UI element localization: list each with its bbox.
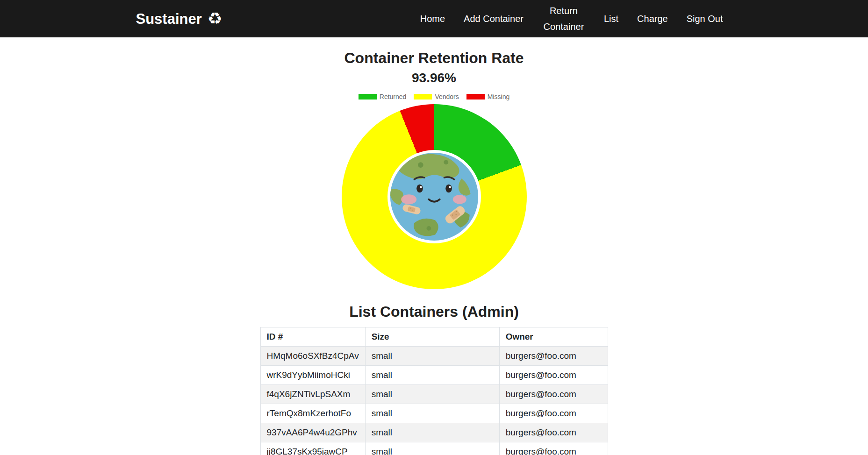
column-header: Owner: [499, 327, 608, 347]
table-row: 937vAA6P4w4u2GPhv small burgers@foo.com: [260, 423, 608, 442]
doughnut-chart[interactable]: [342, 104, 527, 289]
column-header: Size: [365, 327, 499, 347]
table-title: List Containers (Admin): [0, 303, 868, 320]
nav-link[interactable]: Home: [411, 12, 454, 26]
legend-label: Vendors: [435, 93, 459, 100]
cell-owner: burgers@foo.com: [499, 442, 608, 455]
cell-id: HMqMo6oSXfBz4CpAv: [260, 347, 365, 366]
column-header: ID #: [260, 327, 365, 347]
cell-id: wrK9dYybMiimoHCki: [260, 366, 365, 385]
legend-label: Missing: [488, 93, 509, 100]
cell-id: rTemQx8mKzerhotFo: [260, 404, 365, 423]
table-row: HMqMo6oSXfBz4CpAv small burgers@foo.com: [260, 347, 608, 366]
cell-size: small: [365, 385, 499, 404]
legend-swatch: [414, 94, 432, 100]
cell-owner: burgers@foo.com: [499, 347, 608, 366]
navbar-container: Sustainer ♻ Home Add Container Return Co…: [130, 3, 738, 35]
table-body: HMqMo6oSXfBz4CpAv small burgers@foo.com …: [260, 347, 608, 455]
cell-size: small: [365, 347, 499, 366]
legend-item[interactable]: Missing: [466, 93, 509, 100]
cell-size: small: [365, 442, 499, 455]
nav-link[interactable]: Charge: [628, 12, 677, 26]
recycle-icon: ♻: [208, 10, 222, 27]
nav-link[interactable]: Return Container: [538, 3, 590, 35]
chart-legend: ReturnedVendorsMissing: [0, 93, 868, 100]
table-row: jj8GL37sKx95jawCP small burgers@foo.com: [260, 442, 608, 455]
nav-link[interactable]: List: [595, 12, 628, 26]
brand-link[interactable]: Sustainer ♻: [136, 10, 223, 27]
cell-owner: burgers@foo.com: [499, 404, 608, 423]
earth-illustration: [389, 151, 480, 242]
cell-owner: burgers@foo.com: [499, 423, 608, 442]
cell-id: f4qX6jZNTivLpSAXm: [260, 385, 365, 404]
table-row: f4qX6jZNTivLpSAXm small burgers@foo.com: [260, 385, 608, 404]
table-header-row: ID # Size Owner: [260, 327, 608, 347]
cell-owner: burgers@foo.com: [499, 385, 608, 404]
table-row: wrK9dYybMiimoHCki small burgers@foo.com: [260, 366, 608, 385]
nav-link[interactable]: Add Container: [454, 12, 533, 26]
legend-swatch: [359, 94, 377, 100]
cell-size: small: [365, 404, 499, 423]
legend-swatch: [466, 94, 485, 100]
brand-text: Sustainer: [136, 12, 202, 26]
table-header: ID # Size Owner: [260, 327, 608, 347]
legend-item[interactable]: Returned: [359, 93, 407, 100]
cell-owner: burgers@foo.com: [499, 366, 608, 385]
chart-title: Container Retention Rate: [0, 50, 868, 67]
containers-table: ID # Size Owner HMqMo6oSXfBz4CpAv small …: [260, 327, 608, 455]
cell-id: 937vAA6P4w4u2GPhv: [260, 423, 365, 442]
nav-link[interactable]: Sign Out: [677, 12, 732, 26]
retention-rate-value: 93.96%: [0, 71, 868, 85]
navbar: Sustainer ♻ Home Add Container Return Co…: [0, 0, 868, 37]
table-row: rTemQx8mKzerhotFo small burgers@foo.com: [260, 404, 608, 423]
legend-label: Returned: [380, 93, 407, 100]
cell-size: small: [365, 423, 499, 442]
cell-id: jj8GL37sKx95jawCP: [260, 442, 365, 455]
legend-item[interactable]: Vendors: [414, 93, 459, 100]
nav-links: Home Add Container Return Container List…: [411, 3, 732, 35]
cell-size: small: [365, 366, 499, 385]
main-content: Container Retention Rate 93.96% Returned…: [0, 50, 868, 455]
